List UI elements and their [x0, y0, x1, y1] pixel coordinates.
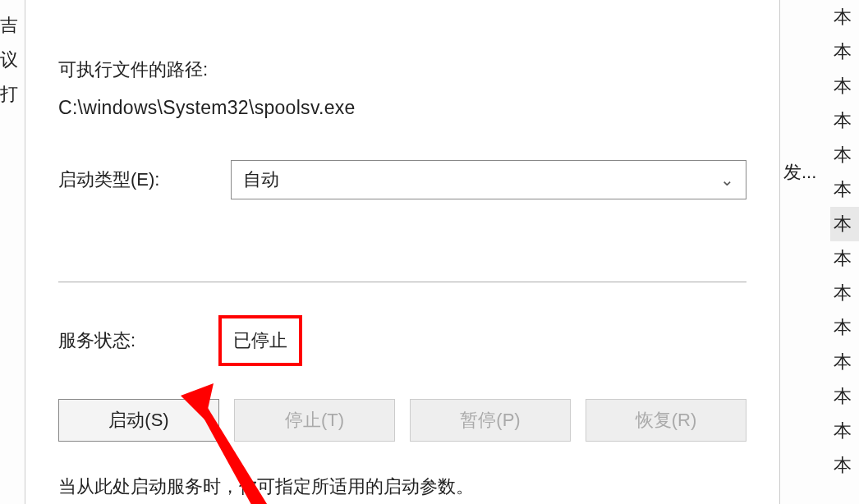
background-left-text: 吉 议 打: [0, 0, 25, 112]
background-right-list: 本 本 本 本 本 本 本 本 本 本 本 本 本 本: [830, 0, 859, 483]
separator-line: [58, 282, 746, 282]
list-item[interactable]: 本: [830, 172, 859, 207]
chevron-down-icon: ⌄: [720, 170, 734, 190]
service-status-label: 服务状态:: [58, 328, 218, 353]
stop-button: 停止(T): [234, 399, 395, 442]
list-item[interactable]: 本: [830, 138, 859, 172]
executable-path-label: 可执行文件的路径:: [58, 57, 746, 82]
list-item[interactable]: 本: [830, 0, 859, 34]
dropdown-selected-value: 自动: [243, 167, 279, 192]
start-button[interactable]: 启动(S): [58, 399, 219, 442]
list-item[interactable]: 本: [830, 241, 859, 276]
list-item[interactable]: 本: [830, 414, 859, 448]
list-item[interactable]: 本: [830, 379, 859, 414]
service-properties-dialog: 果关闭该服务，则无法进行打印或查看打印机。 ˅ 可执行文件的路径: C:\win…: [25, 0, 780, 504]
list-item[interactable]: 本: [830, 103, 859, 138]
list-item[interactable]: 本: [830, 69, 859, 103]
background-middle-text: 发...: [783, 160, 816, 185]
list-item[interactable]: 本: [830, 448, 859, 483]
pause-button: 暂停(P): [410, 399, 571, 442]
list-item[interactable]: 本: [830, 207, 859, 241]
executable-path-value: C:\windows\System32\spoolsv.exe: [58, 97, 746, 119]
resume-button: 恢复(R): [586, 399, 746, 442]
service-status-value: 已停止: [218, 315, 302, 366]
startup-type-dropdown[interactable]: 自动 ⌄: [231, 160, 746, 199]
list-item[interactable]: 本: [830, 310, 859, 345]
list-item[interactable]: 本: [830, 345, 859, 379]
list-item[interactable]: 本: [830, 34, 859, 69]
startup-params-note: 当从此处启动服务时，你可指定所适用的启动参数。: [58, 474, 746, 499]
list-item[interactable]: 本: [830, 276, 859, 310]
startup-type-label: 启动类型(E):: [58, 167, 231, 192]
